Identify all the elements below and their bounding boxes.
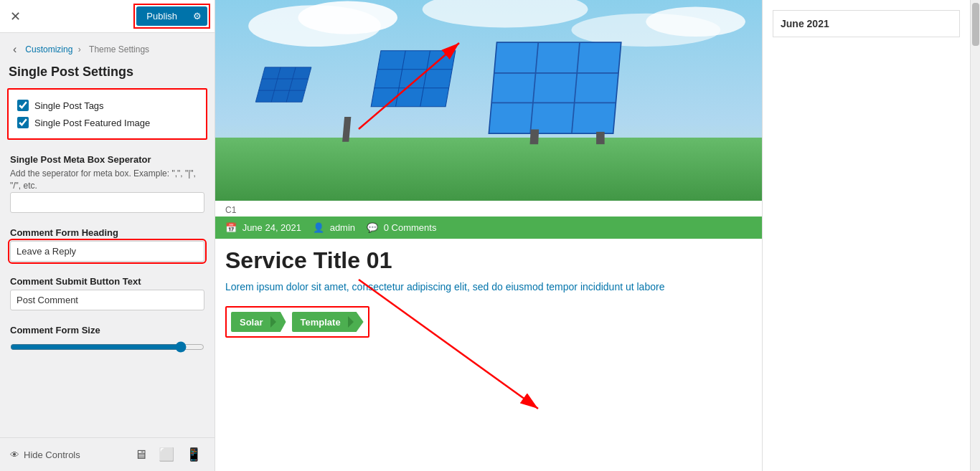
hide-controls-button[interactable]: 👁 Hide Controls	[10, 449, 80, 460]
tags-section: Solar Template	[225, 306, 369, 338]
single-post-tags-checkbox[interactable]	[17, 100, 29, 111]
breadcrumb: Customizing › Theme Settings	[25, 44, 152, 54]
single-post-featured-image-checkbox[interactable]	[17, 117, 29, 128]
user-icon: 👤	[313, 222, 324, 233]
tag-arrow-icon-2	[348, 316, 354, 328]
tag-solar[interactable]: Solar	[231, 312, 286, 332]
tablet-icon: ⬜	[159, 447, 174, 462]
meta-author: 👤 admin	[313, 222, 355, 233]
post-area: C1 📅 June 24, 2021 👤 admin 💬 0 Comments	[215, 0, 762, 471]
scrollbar[interactable]	[970, 0, 980, 471]
customizer-sidebar: ✕ Publish ⚙ ‹ Customizing › Theme Settin…	[0, 0, 215, 471]
publish-button[interactable]: Publish	[136, 6, 187, 26]
meta-separator-input[interactable]	[10, 192, 204, 213]
svg-rect-6	[215, 138, 762, 201]
tag-template[interactable]: Template	[292, 312, 364, 332]
svg-rect-7	[255, 67, 311, 102]
publish-group: Publish ⚙	[136, 6, 207, 26]
comment-heading-label: Comment Form Heading	[10, 227, 204, 238]
preview-inner: C1 📅 June 24, 2021 👤 admin 💬 0 Comments	[215, 0, 980, 471]
device-icons: 🖥 ⬜ 📱	[131, 445, 204, 464]
comment-icon: 💬	[367, 222, 378, 233]
comment-heading-input[interactable]	[10, 241, 204, 262]
bottom-bar: 👁 Hide Controls 🖥 ⬜ 📱	[0, 437, 215, 471]
sidebar-content: Single Post Tags Single Post Featured Im…	[0, 88, 215, 437]
comment-submit-section: Comment Submit Button Text	[0, 269, 215, 318]
meta-separator-section: Single Post Meta Box Seperator Add the s…	[0, 147, 215, 220]
comment-heading-section: Comment Form Heading	[0, 220, 215, 269]
svg-point-2	[298, 1, 397, 34]
comment-size-section: Comment Form Size	[0, 318, 215, 362]
post-excerpt: Lorem ipsum dolor sit amet, consectetur …	[215, 280, 762, 303]
scrollbar-thumb[interactable]	[972, 3, 979, 46]
close-button[interactable]: ✕	[7, 6, 24, 27]
meta-separator-label: Single Post Meta Box Seperator	[10, 154, 204, 165]
preview-wrapper: C1 📅 June 24, 2021 👤 admin 💬 0 Comments	[215, 0, 980, 471]
single-post-featured-image-label: Single Post Featured Image	[34, 118, 150, 128]
page-title: Single Post Settings	[0, 62, 215, 88]
single-post-tags-label: Single Post Tags	[34, 100, 104, 111]
post-meta-bar: 📅 June 24, 2021 👤 admin 💬 0 Comments	[215, 217, 762, 239]
calendar-icon: 📅	[225, 222, 237, 233]
post-title: Service Title 01	[215, 239, 762, 280]
mobile-view-button[interactable]: 📱	[183, 445, 204, 464]
tablet-view-button[interactable]: ⬜	[156, 445, 177, 464]
calendar-box: June 2021	[773, 10, 960, 37]
comment-size-label: Comment Form Size	[10, 325, 204, 336]
breadcrumb-parent[interactable]: Customizing	[25, 44, 72, 54]
tag-arrow-icon	[270, 316, 276, 328]
mobile-icon: 📱	[186, 447, 202, 462]
svg-rect-24	[530, 129, 540, 144]
meta-separator-sublabel: Add the seperator for meta box. Example:…	[10, 168, 196, 191]
svg-point-5	[646, 7, 745, 37]
back-nav: ‹ Customizing › Theme Settings	[0, 33, 215, 62]
checkbox-row-tags: Single Post Tags	[17, 97, 197, 114]
desktop-view-button[interactable]: 🖥	[131, 445, 150, 464]
desktop-icon: 🖥	[134, 447, 147, 462]
gear-button[interactable]: ⚙	[187, 6, 207, 26]
meta-comments: 💬 0 Comments	[367, 222, 436, 233]
comment-submit-label: Comment Submit Button Text	[10, 276, 204, 287]
checkbox-section: Single Post Tags Single Post Featured Im…	[7, 88, 207, 140]
comment-submit-input[interactable]	[10, 290, 204, 310]
comment-size-slider[interactable]	[10, 341, 204, 353]
right-sidebar: June 2021	[762, 0, 970, 471]
svg-rect-25	[596, 132, 605, 144]
checkbox-row-featured-image: Single Post Featured Image	[17, 114, 197, 131]
topbar-left: ✕	[7, 6, 24, 27]
post-featured-image	[215, 0, 762, 201]
svg-rect-12	[371, 51, 456, 107]
meta-date: 📅 June 24, 2021	[225, 222, 301, 233]
svg-rect-22	[489, 42, 621, 133]
topbar: ✕ Publish ⚙	[0, 0, 215, 33]
eye-icon: 👁	[10, 449, 19, 460]
back-button[interactable]: ‹	[9, 40, 21, 59]
post-label: C1	[215, 201, 762, 217]
